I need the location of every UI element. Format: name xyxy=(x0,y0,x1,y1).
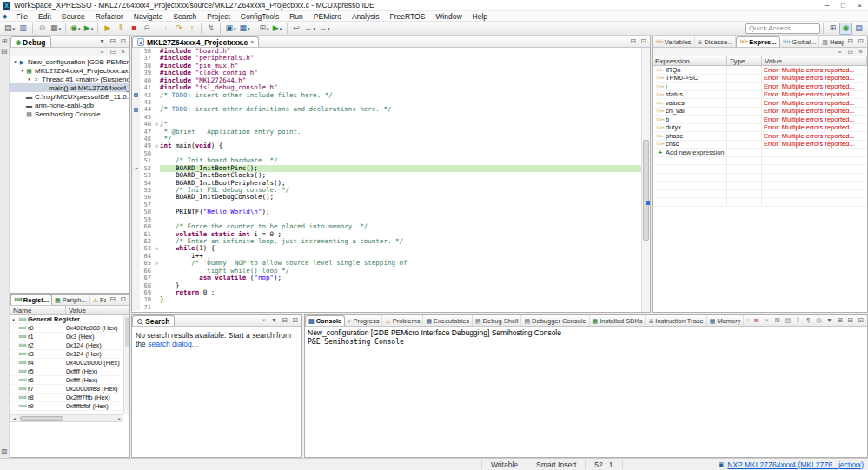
terminate-console-icon[interactable]: ■ xyxy=(752,317,760,324)
view-menu-icon[interactable]: ▾ xyxy=(270,317,278,324)
menu-source[interactable]: Source xyxy=(56,12,90,21)
target-device-link[interactable]: NXP MKL27Z64xxx4 (MKL27Z6...jectxxx) xyxy=(727,460,864,469)
expression-row[interactable]: (x)=cn_valError: Multiple errors reporte… xyxy=(653,108,867,116)
expression-row[interactable]: (x)=statusError: Multiple errors reporte… xyxy=(653,91,867,100)
external-tools-icon[interactable]: ▶▾ xyxy=(271,23,284,35)
close-tab-icon[interactable]: × xyxy=(250,39,254,45)
register-row[interactable]: 1010r20x124 (Hex) xyxy=(10,341,129,350)
scroll-lock-icon[interactable]: ⇩ xyxy=(794,317,802,324)
code-line[interactable]: 58 PRINTF("Hello World\n"); xyxy=(132,209,641,215)
maximize-view-icon[interactable]: ⊡ xyxy=(857,317,865,324)
expression-row[interactable]: (x)=bError: Multiple errors reported... xyxy=(653,116,867,124)
minimize-view-icon[interactable]: ⊟ xyxy=(109,38,116,45)
word-wrap-icon[interactable]: ¶ xyxy=(805,317,812,324)
code-line[interactable]: 42/* TODO: insert other include files he… xyxy=(132,92,641,99)
forward-icon[interactable]: →▾ xyxy=(317,23,332,35)
show-type-names-icon[interactable]: ≡ xyxy=(836,49,844,56)
debug-tree-item[interactable]: ▾≡Thread #1 <main> (Suspended : Breakp..… xyxy=(10,75,129,83)
terminate-icon[interactable]: ■ xyxy=(127,23,140,35)
restore-view-icon[interactable]: ⊞ xyxy=(1,38,9,45)
suspend-icon[interactable]: ‖ xyxy=(114,23,127,35)
code-line[interactable]: 45 xyxy=(132,114,641,121)
save-icon[interactable]: ▥ xyxy=(17,23,30,35)
code-line[interactable]: 71 xyxy=(132,304,641,311)
expand-toggle[interactable]: ▾ xyxy=(10,317,17,322)
menu-analysis[interactable]: Analysis xyxy=(347,12,385,21)
menu-run[interactable]: Run xyxy=(284,12,308,21)
open-perspective-icon[interactable]: ⊞ xyxy=(826,23,839,35)
minimize-view-icon[interactable]: ⊟ xyxy=(629,38,637,45)
console-tab-executables[interactable]: ▦Executables xyxy=(423,315,472,326)
expression-row[interactable]: (x)=lError: Multiple errors reported... xyxy=(653,83,867,91)
expressions-tab-expres[interactable]: (x)=Expres... xyxy=(736,36,779,47)
minimize-view-icon[interactable]: ⊟ xyxy=(281,317,288,324)
menu-search[interactable]: Search xyxy=(168,12,202,21)
registers-hscrollbar[interactable]: ◂ ▸ xyxy=(10,414,123,422)
scrollbar-thumb[interactable] xyxy=(125,317,129,347)
debug-tree-item[interactable]: ▬C:\nxp\MCUXpressoIDE_11.0.1_2563\ide\pl… xyxy=(10,92,129,101)
console-output-area[interactable]: New_configuration [GDB PEMicro Interface… xyxy=(305,327,867,348)
menu-window[interactable]: Window xyxy=(430,12,467,21)
console-tab-memory[interactable]: ▦Memory xyxy=(707,315,745,326)
registers-tab-faults[interactable]: ⚠Faults xyxy=(90,295,106,305)
view-menu-icon[interactable]: ▾ xyxy=(98,38,106,45)
register-row[interactable]: 1010r90xffffbfbf (Hex) xyxy=(10,402,129,411)
maximize-window-button[interactable]: □ xyxy=(835,0,851,11)
scroll-left-icon[interactable]: ◂ xyxy=(10,415,18,421)
expressions-tab-global[interactable]: (x)=Global... xyxy=(780,36,820,47)
code-line[interactable]: 49⊖int main(void) { xyxy=(132,142,641,149)
console-tab-progress[interactable]: ◐Progress xyxy=(345,315,382,326)
breakpoint-annotation-marker[interactable] xyxy=(646,201,650,205)
new-cpp-wizard-icon[interactable]: ⊞▾ xyxy=(258,23,271,35)
menu-help[interactable]: Help xyxy=(467,12,493,21)
expression-row[interactable]: (x)=TPM0->SCError: Multiple errors repor… xyxy=(653,75,867,83)
back-icon[interactable]: ←▾ xyxy=(303,23,318,35)
menu-file[interactable]: File xyxy=(10,12,33,21)
expand-toggle[interactable]: ▾ xyxy=(12,59,18,64)
step-into-icon[interactable]: ↓ xyxy=(159,23,172,35)
maximize-view-icon[interactable]: ⊡ xyxy=(119,38,127,45)
register-row[interactable]: 1010r60xffff (Hex) xyxy=(10,376,129,385)
open-console-icon[interactable]: ⊞ xyxy=(836,317,844,324)
console-tab-debug-shell[interactable]: ▤Debug Shell xyxy=(473,315,522,326)
expressions-tab-disasse[interactable]: ≣Disasse... xyxy=(695,36,737,47)
step-return-icon[interactable]: ↑ xyxy=(185,23,198,35)
minimize-window-button[interactable]: ─ xyxy=(818,0,835,11)
scrollbar-thumb[interactable] xyxy=(20,416,63,421)
minimize-view-icon[interactable]: ⊟ xyxy=(109,296,116,303)
fold-toggle[interactable]: ⊖ xyxy=(153,260,160,267)
maximize-view-icon[interactable]: ⊡ xyxy=(119,296,127,303)
maximize-view-icon[interactable]: ⊡ xyxy=(639,38,647,45)
editor-vscrollbar[interactable] xyxy=(641,48,650,312)
collapse-all-icon[interactable]: ⊟ xyxy=(109,49,116,56)
resume-icon[interactable]: ▶ xyxy=(101,23,114,35)
fold-toggle[interactable]: ⊖ xyxy=(153,121,160,128)
expression-row[interactable]: (x)=valuesError: Multiple errors reporte… xyxy=(653,99,867,108)
tab-debug[interactable]: ◉ Debug xyxy=(10,36,51,47)
close-window-button[interactable]: × xyxy=(851,0,868,11)
register-row[interactable]: 1010r50xffff (Hex) xyxy=(10,367,129,376)
console-tab-installed-sdks[interactable]: ▦Installed SDKs xyxy=(590,315,646,326)
expand-toggle[interactable]: ▾ xyxy=(19,68,25,73)
menu-navigate[interactable]: Navigate xyxy=(129,12,169,21)
remove-launch-icon[interactable]: × xyxy=(763,317,771,324)
step-over-icon[interactable]: ↷ xyxy=(172,23,185,35)
code-line[interactable]: 44/* TODO: insert other definitions and … xyxy=(132,106,641,113)
view-overflow-icon[interactable]: » xyxy=(119,49,127,56)
tab-search[interactable]: Search xyxy=(132,315,175,326)
register-row[interactable]: 1010r80x2fff7ffb (Hex) xyxy=(10,394,129,402)
register-row[interactable]: 1010r30x124 (Hex) xyxy=(10,350,129,359)
expression-row[interactable]: (x)=phaseError: Multiple errors reported… xyxy=(653,132,867,141)
code-area[interactable]: 36#include "board.h"37#include "peripher… xyxy=(132,48,641,312)
quick-access-input[interactable] xyxy=(745,23,820,34)
scrollbar-track[interactable] xyxy=(18,415,116,421)
debug-tree-item[interactable]: ▾▶New_configuration [GDB PEMicro Interfa… xyxy=(10,57,129,66)
expression-row[interactable]: (x)=dutyxError: Multiple errors reported… xyxy=(653,124,867,133)
instruction-stepping-icon[interactable]: ↯ xyxy=(204,23,217,35)
register-row[interactable]: 1010r00x400fe000 (Hex) xyxy=(10,324,129,333)
display-console-icon[interactable]: ▾ xyxy=(825,317,833,324)
registers-tab-regist[interactable]: 1010Regist... xyxy=(10,295,52,305)
disconnect-icon[interactable]: ⊖ xyxy=(140,23,153,35)
run-icon[interactable]: ▶▾ xyxy=(82,23,95,35)
expression-row[interactable]: (x)=cnscError: Multiple errors reported.… xyxy=(653,141,867,149)
